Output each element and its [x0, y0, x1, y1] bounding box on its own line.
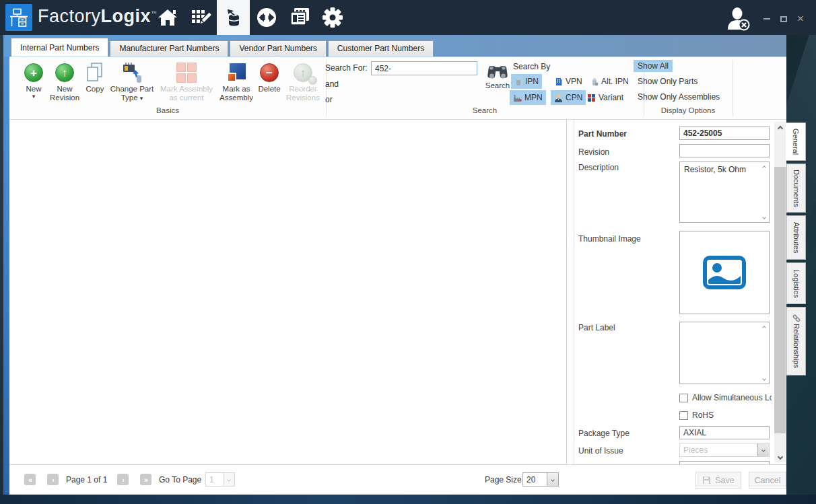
rohs-row: RoHS [679, 410, 714, 420]
toggle-variant[interactable]: Variant [584, 90, 627, 105]
save-button[interactable]: Save [695, 472, 741, 489]
thumbnail-label: Thumbnail Image [578, 234, 641, 244]
package-type-label: Package Type [578, 429, 630, 438]
new-button[interactable]: + New ▾ [20, 61, 47, 99]
home-glyph [157, 7, 178, 28]
left-accent-strip [3, 57, 9, 495]
side-tab-logistics[interactable]: Logistics [786, 262, 806, 304]
user-logout-glyph [726, 7, 753, 32]
unit-of-issue-dropdown-icon[interactable] [757, 443, 769, 456]
tab-customer-part-numbers[interactable]: Customer Part Numbers [328, 40, 434, 57]
last-page-button[interactable]: » [140, 474, 151, 485]
part-number-input[interactable] [679, 127, 770, 140]
scroll-down-icon[interactable] [761, 375, 767, 382]
side-tab-attributes[interactable]: Attributes [786, 215, 806, 260]
copy-button[interactable]: Copy [82, 61, 108, 94]
scrollbar-thumb[interactable] [774, 167, 786, 433]
delete-button[interactable]: − Delete [256, 61, 283, 94]
parts-library-icon[interactable] [217, 0, 250, 35]
parts-list-area[interactable] [9, 120, 567, 464]
go-to-page-dropdown-icon[interactable] [223, 473, 234, 486]
home-icon[interactable] [151, 0, 184, 35]
alt-ipn-icon [590, 77, 599, 86]
settings-gear-icon[interactable] [316, 0, 349, 35]
next-page-button[interactable]: › [117, 474, 129, 485]
close-button[interactable]: × [793, 13, 808, 24]
page-size-value: 20 [523, 475, 547, 484]
search-button[interactable]: Search [481, 60, 514, 90]
grid-pencil-glyph [190, 7, 211, 28]
search-input[interactable] [371, 61, 477, 75]
go-to-page-select[interactable]: 1 [205, 472, 235, 487]
tab-internal-part-numbers[interactable]: Internal Part Numbers [11, 38, 108, 57]
copy-pages-icon [85, 62, 105, 83]
cancel-button[interactable]: Cancel [749, 472, 786, 489]
description-textarea[interactable]: Resistor, 5k Ohm [680, 162, 769, 222]
parts-database-glyph [223, 7, 244, 28]
reports-windows-icon[interactable] [283, 0, 316, 35]
part-number-label: Part Number [578, 129, 627, 139]
part-label-label: Part Label [578, 323, 615, 332]
revision-input[interactable] [679, 144, 770, 157]
footer-bar: « ‹ Page 1 of 1 › » Go To Page 1 Page Si… [9, 464, 786, 495]
toggle-alt-ipn[interactable]: Alt. IPN [587, 74, 632, 89]
scrollbar-up-icon[interactable] [774, 122, 786, 134]
tab-vendor-part-numbers[interactable]: Vendor Part Numbers [230, 40, 326, 57]
side-tab-documents[interactable]: Documents [786, 164, 806, 213]
change-part-type-button[interactable]: Change Part Type ▾ [109, 61, 155, 102]
page-size-select[interactable]: 20 [522, 472, 559, 487]
mark-as-assembly-button[interactable]: Mark as Assembly [217, 61, 255, 102]
user-logout-icon[interactable] [726, 7, 753, 31]
search-for-label: Search For: [325, 63, 368, 73]
scroll-down-icon[interactable] [761, 214, 767, 220]
package-type-input[interactable] [679, 426, 770, 439]
allow-simultaneous-checkbox[interactable] [679, 394, 688, 402]
first-page-button[interactable]: « [24, 474, 36, 485]
display-show-only-parts[interactable]: Show Only Parts [634, 75, 702, 87]
minimize-button[interactable] [759, 13, 774, 24]
scroll-up-icon[interactable] [761, 164, 767, 170]
search-and-label: and [325, 79, 339, 89]
part-label-textarea[interactable] [680, 322, 769, 384]
variant-icon [587, 94, 596, 102]
reorder-revisions-button: ↑ Reorder Revisions [283, 61, 322, 102]
display-show-only-assemblies[interactable]: Show Only Assemblies [634, 91, 724, 103]
tab-manufacturer-part-numbers[interactable]: Manufacturer Part Numbers [110, 40, 228, 57]
binoculars-icon [487, 62, 508, 80]
factorylogix-window: FactoryLogix™ [0, 0, 816, 504]
sync-arrows-icon[interactable] [250, 0, 283, 35]
page-size-dropdown-icon[interactable] [547, 473, 558, 486]
previous-page-button[interactable]: ‹ [47, 474, 59, 485]
toggle-vpn[interactable]: VPN [551, 74, 586, 89]
factorylogix-logo [5, 4, 32, 31]
panel-scrollbar[interactable] [774, 122, 786, 462]
rohs-checkbox[interactable] [679, 411, 688, 420]
cpn-icon [554, 94, 563, 102]
description-field: Resistor, 5k Ohm [679, 161, 770, 223]
minimize-glyph [763, 18, 770, 20]
revision-label: Revision [578, 147, 609, 157]
brand-text: FactoryLogix™ [38, 6, 158, 27]
side-tab-general[interactable]: General [786, 122, 806, 161]
scroll-up-icon[interactable] [761, 324, 767, 330]
maximize-button[interactable] [776, 13, 791, 24]
toggle-ipn[interactable]: IPN [511, 74, 542, 89]
bottom-window-strip [0, 495, 816, 504]
search-by-label: Search By [513, 62, 550, 71]
display-show-all[interactable]: Show All [634, 60, 673, 72]
delete-minus-icon: − [260, 63, 279, 82]
toggle-mpn[interactable]: MPN [510, 90, 546, 105]
module-nav [151, 0, 349, 35]
scrollbar-down-icon[interactable] [774, 451, 786, 462]
thumbnail-image-box[interactable] [679, 231, 770, 314]
toggle-cpn[interactable]: CPN [551, 90, 586, 105]
toolbar-ribbon: + New ▾ ↑ New Revision Copy [9, 57, 786, 120]
save-label: Save [715, 476, 735, 485]
unit-of-issue-select[interactable]: Pieces [679, 443, 770, 457]
group-separator [733, 60, 733, 116]
unit-of-issue-label: Unit of Issue [578, 446, 623, 456]
side-tab-relationships[interactable]: Relationships [786, 307, 806, 375]
new-revision-button[interactable]: ↑ New Revision [49, 61, 80, 102]
production-grid-icon[interactable] [184, 0, 217, 35]
part-number-tabs: Internal Part Numbers Manufacturer Part … [11, 38, 435, 57]
